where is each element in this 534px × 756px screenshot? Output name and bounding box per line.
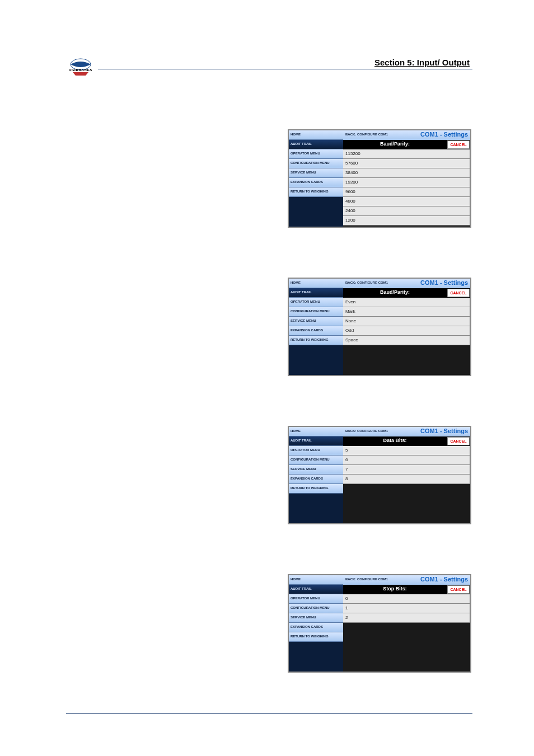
back-button[interactable]: BACK: CONFIGURE COM1 — [343, 575, 410, 585]
option-item[interactable]: 38400 — [343, 168, 470, 178]
option-item[interactable]: 1200 — [343, 216, 470, 226]
option-item[interactable]: None — [343, 317, 470, 326]
panel-main: BACK: CONFIGURE COM1 COM1 - Settings Dat… — [343, 427, 470, 523]
sidebar-item-expansion-cards[interactable]: EXPANSION CARDS — [289, 475, 343, 484]
sidebar: HOME AUDIT TRAIL OPERATOR MENU CONFIGURA… — [289, 427, 343, 523]
sidebar-item-service-menu[interactable]: SERVICE MENU — [289, 317, 343, 326]
subbar: Baud/Parity: CANCEL — [343, 140, 470, 149]
options-list: 5 6 7 8 — [343, 446, 470, 523]
sidebar-item-service-menu[interactable]: SERVICE MENU — [289, 613, 343, 623]
back-button[interactable]: BACK: CONFIGURE COM1 — [343, 427, 410, 436]
panel-parity: HOME AUDIT TRAIL OPERATOR MENU CONFIGURA… — [288, 278, 471, 376]
option-item[interactable]: Mark — [343, 307, 470, 317]
sidebar-item-configuration-menu[interactable]: CONFIGURATION MENU — [289, 604, 343, 613]
svg-text:FAIRBANKS: FAIRBANKS — [69, 68, 92, 72]
sidebar-item-home[interactable]: HOME — [289, 279, 343, 288]
topbar: BACK: CONFIGURE COM1 COM1 - Settings — [343, 427, 470, 436]
option-item[interactable]: 2400 — [343, 206, 470, 216]
option-item[interactable]: 6 — [343, 456, 470, 465]
panel-title: COM1 - Settings — [410, 575, 470, 585]
option-item[interactable]: 9600 — [343, 187, 470, 197]
option-item[interactable]: 0 — [343, 594, 470, 604]
cancel-button[interactable]: CANCEL — [447, 289, 470, 297]
option-item[interactable]: 19200 — [343, 178, 470, 187]
sidebar: HOME AUDIT TRAIL OPERATOR MENU CONFIGURA… — [289, 575, 343, 672]
topbar: BACK: CONFIGURE COM1 COM1 - Settings — [343, 279, 470, 288]
option-item[interactable]: 115200 — [343, 149, 470, 159]
panel-title: COM1 - Settings — [410, 279, 470, 288]
sidebar-item-return-weighing[interactable]: RETURN TO WEIGHING — [289, 187, 343, 197]
subbar: Baud/Parity: CANCEL — [343, 288, 470, 298]
sidebar-item-expansion-cards[interactable]: EXPANSION CARDS — [289, 178, 343, 187]
sidebar-item-expansion-cards[interactable]: EXPANSION CARDS — [289, 326, 343, 336]
options-list: 115200 57600 38400 19200 9600 4800 2400 … — [343, 149, 470, 227]
panel-main: BACK: CONFIGURE COM1 COM1 - Settings Bau… — [343, 130, 470, 227]
sidebar-item-audit-trail[interactable]: AUDIT TRAIL — [289, 140, 343, 149]
sidebar-item-audit-trail[interactable]: AUDIT TRAIL — [289, 436, 343, 446]
panel-databits: HOME AUDIT TRAIL OPERATOR MENU CONFIGURA… — [288, 426, 471, 524]
sidebar-item-operator-menu[interactable]: OPERATOR MENU — [289, 149, 343, 159]
back-button[interactable]: BACK: CONFIGURE COM1 — [343, 130, 410, 140]
sidebar-item-configuration-menu[interactable]: CONFIGURATION MENU — [289, 307, 343, 317]
sidebar: HOME AUDIT TRAIL OPERATOR MENU CONFIGURA… — [289, 130, 343, 227]
panel-baud: HOME AUDIT TRAIL OPERATOR MENU CONFIGURA… — [288, 129, 471, 228]
sidebar-item-home[interactable]: HOME — [289, 427, 343, 436]
option-item[interactable]: 5 — [343, 446, 470, 456]
sidebar-item-operator-menu[interactable]: OPERATOR MENU — [289, 594, 343, 604]
sidebar-item-audit-trail[interactable]: AUDIT TRAIL — [289, 585, 343, 594]
sidebar-item-configuration-menu[interactable]: CONFIGURATION MENU — [289, 159, 343, 168]
sidebar-item-home[interactable]: HOME — [289, 130, 343, 140]
option-item[interactable]: 2 — [343, 613, 470, 623]
sidebar-item-audit-trail[interactable]: AUDIT TRAIL — [289, 288, 343, 298]
option-item[interactable]: 57600 — [343, 159, 470, 168]
sidebar-item-home[interactable]: HOME — [289, 575, 343, 585]
option-item[interactable]: Odd — [343, 326, 470, 336]
sidebar-item-operator-menu[interactable]: OPERATOR MENU — [289, 446, 343, 456]
topbar: BACK: CONFIGURE COM1 COM1 - Settings — [343, 575, 470, 585]
sidebar-item-return-weighing[interactable]: RETURN TO WEIGHING — [289, 632, 343, 642]
section-title: Section 5: Input/ Output — [374, 58, 470, 67]
panel-main: BACK: CONFIGURE COM1 COM1 - Settings Sto… — [343, 575, 470, 672]
sidebar-item-expansion-cards[interactable]: EXPANSION CARDS — [289, 623, 343, 632]
sublabel: Baud/Parity: — [343, 140, 447, 149]
sidebar-item-configuration-menu[interactable]: CONFIGURATION MENU — [289, 456, 343, 465]
cancel-button[interactable]: CANCEL — [447, 140, 470, 149]
topbar: BACK: CONFIGURE COM1 COM1 - Settings — [343, 130, 470, 140]
panel-title: COM1 - Settings — [410, 427, 470, 436]
sublabel: Data Bits: — [343, 436, 447, 446]
option-item[interactable]: 7 — [343, 465, 470, 475]
back-button[interactable]: BACK: CONFIGURE COM1 — [343, 279, 410, 288]
option-item[interactable]: Even — [343, 298, 470, 307]
sidebar-item-service-menu[interactable]: SERVICE MENU — [289, 168, 343, 178]
sidebar-item-service-menu[interactable]: SERVICE MENU — [289, 465, 343, 475]
options-list: Even Mark None Odd Space — [343, 298, 470, 375]
sidebar-item-return-weighing[interactable]: RETURN TO WEIGHING — [289, 484, 343, 494]
options-list: 0 1 2 — [343, 594, 470, 672]
cancel-button[interactable]: CANCEL — [447, 585, 470, 594]
footer-divider — [66, 713, 472, 714]
subbar: Stop Bits: CANCEL — [343, 585, 470, 594]
header-divider — [98, 69, 472, 69]
panel-title: COM1 - Settings — [410, 130, 470, 140]
sidebar-item-return-weighing[interactable]: RETURN TO WEIGHING — [289, 336, 343, 345]
sidebar: HOME AUDIT TRAIL OPERATOR MENU CONFIGURA… — [289, 279, 343, 375]
option-item[interactable]: 8 — [343, 475, 470, 484]
panel-main: BACK: CONFIGURE COM1 COM1 - Settings Bau… — [343, 279, 470, 375]
panel-stopbits: HOME AUDIT TRAIL OPERATOR MENU CONFIGURA… — [288, 574, 471, 673]
cancel-button[interactable]: CANCEL — [447, 437, 470, 445]
option-item[interactable]: Space — [343, 336, 470, 345]
fairbanks-logo: FAIRBANKS — [66, 58, 95, 79]
option-item[interactable]: 1 — [343, 604, 470, 613]
option-item[interactable]: 4800 — [343, 197, 470, 206]
sublabel: Stop Bits: — [343, 585, 447, 594]
sublabel: Baud/Parity: — [343, 288, 447, 298]
sidebar-item-operator-menu[interactable]: OPERATOR MENU — [289, 298, 343, 307]
subbar: Data Bits: CANCEL — [343, 436, 470, 446]
